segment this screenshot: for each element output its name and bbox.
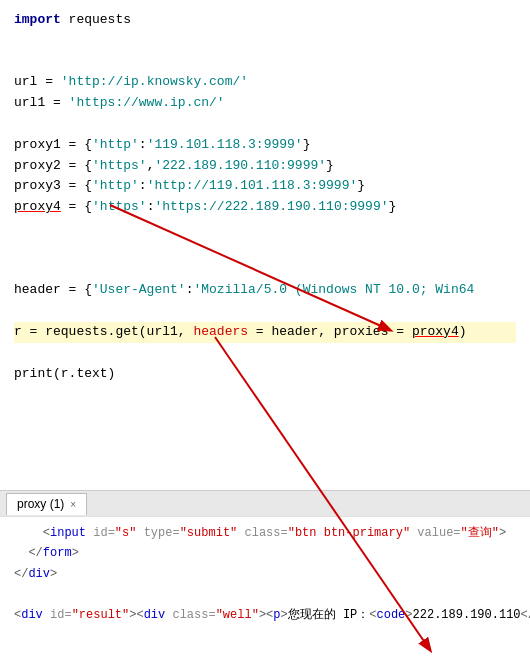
code-line-header: header = {'User-Agent':'Mozilla/5.0 (Win… [14, 280, 516, 301]
code-line-17 [14, 343, 516, 364]
code-line-21 [14, 426, 516, 447]
code-editor: import requests url = 'http://ip.knowsky… [0, 0, 530, 490]
html-line-1: <input id="s" type="submit" class="btn b… [14, 523, 516, 543]
code-line-proxy4-def: proxy4 = {'https':'https://222.189.190.1… [14, 197, 516, 218]
code-line-request: r = requests.get(url1, headers = header,… [14, 322, 516, 343]
code-line-3 [14, 52, 516, 73]
code-line-19 [14, 384, 516, 405]
code-line-13 [14, 260, 516, 281]
code-line-15 [14, 301, 516, 322]
code-line-9: proxy3 = {'http':'http://119.101.118.3:9… [14, 176, 516, 197]
html-line-4 [14, 584, 516, 604]
html-line-3: </div> [14, 564, 516, 584]
code-line-20 [14, 405, 516, 426]
code-line-5: url1 = 'https://www.ip.cn/' [14, 93, 516, 114]
tab-label: proxy (1) [17, 497, 64, 511]
html-line-5: <div id="result"><div class="well"><p>您现… [14, 605, 516, 625]
code-line-2 [14, 31, 516, 52]
code-line-6 [14, 114, 516, 135]
code-line-12 [14, 239, 516, 260]
code-line-8: proxy2 = {'https','222.189.190.110:9999'… [14, 156, 516, 177]
code-line-print: print(r.text) [14, 364, 516, 385]
code-line-4: url = 'http://ip.knowsky.com/' [14, 72, 516, 93]
code-line-11 [14, 218, 516, 239]
html-result-area: <input id="s" type="submit" class="btn b… [0, 516, 530, 669]
tab-bar: proxy (1) × [0, 490, 530, 516]
code-line-7: proxy1 = {'http':'119.101.118.3:9999'} [14, 135, 516, 156]
tab-proxy[interactable]: proxy (1) × [6, 493, 87, 515]
tab-close-button[interactable]: × [70, 499, 76, 510]
code-line-1: import requests [14, 10, 516, 31]
html-line-2: </form> [14, 543, 516, 563]
